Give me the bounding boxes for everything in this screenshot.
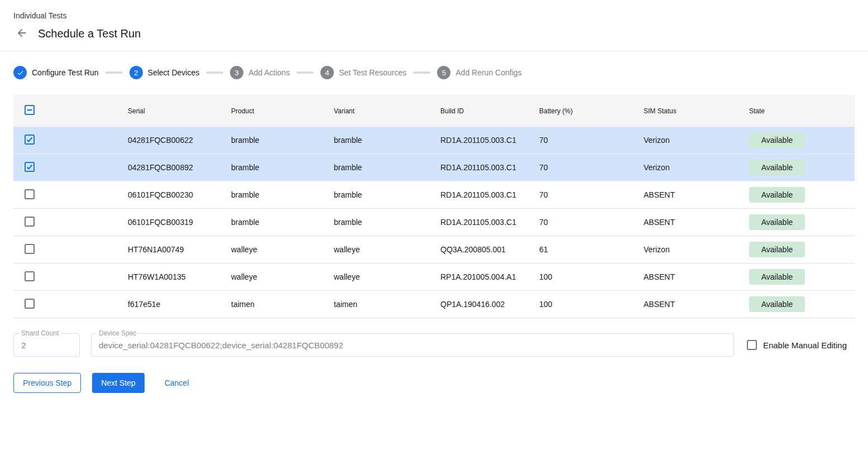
cell-variant: bramble <box>334 136 440 145</box>
cell-battery: 100 <box>539 272 644 281</box>
state-badge: Available <box>749 132 805 148</box>
cell-variant: walleye <box>334 245 440 254</box>
column-header-sim: SIM Status <box>644 107 749 115</box>
cell-battery: 100 <box>539 300 644 309</box>
select-all-checkbox[interactable] <box>25 105 35 115</box>
stepper-step-set-test-resources[interactable]: 4 Set Test Resources <box>320 66 406 79</box>
table-row[interactable]: HT76W1A00135 walleye walleye RP1A.201005… <box>13 263 855 291</box>
cell-sim: Verizon <box>644 245 749 254</box>
row-checkbox[interactable] <box>25 244 35 254</box>
stepper-step-configure-test-run[interactable]: Configure Test Run <box>13 66 99 79</box>
table-row[interactable]: HT76N1A00749 walleye walleye QQ3A.200805… <box>13 236 855 263</box>
shard-count-label: Shard Count <box>19 330 61 337</box>
arrow-left-icon <box>16 27 28 41</box>
step-indicator: 3 <box>230 66 243 79</box>
step-indicator: 2 <box>130 66 143 79</box>
cell-sim: Verizon <box>644 136 749 145</box>
cell-build-id: RD1A.201105.003.C1 <box>440 218 539 227</box>
table-header-row: Serial Product Variant Build ID Battery … <box>13 95 855 127</box>
cell-sim: ABSENT <box>644 272 749 281</box>
step-indicator <box>13 66 27 79</box>
stepper-step-add-rerun-configs[interactable]: 5 Add Rerun Configs <box>437 66 521 79</box>
cell-build-id: RD1A.201105.003.C1 <box>440 163 539 172</box>
cell-product: bramble <box>231 163 334 172</box>
row-checkbox[interactable] <box>25 217 35 227</box>
enable-manual-editing-label: Enable Manual Editing <box>763 340 847 350</box>
page-title: Schedule a Test Run <box>38 27 141 40</box>
form-fields: Shard Count 2 Device Spec device_serial:… <box>13 333 855 357</box>
shard-count-value: 2 <box>14 340 79 350</box>
state-badge: Available <box>749 187 805 203</box>
device-spec-value: device_serial:04281FQCB00622;device_seri… <box>92 340 733 350</box>
cell-product: taimen <box>231 300 334 309</box>
column-header-serial: Serial <box>128 107 231 115</box>
cell-sim: ABSENT <box>644 300 749 309</box>
cell-battery: 70 <box>539 163 644 172</box>
row-checkbox[interactable] <box>25 135 35 145</box>
cell-variant: bramble <box>334 218 440 227</box>
state-badge: Available <box>749 214 805 230</box>
previous-step-button[interactable]: Previous Step <box>13 373 81 393</box>
cell-battery: 70 <box>539 136 644 145</box>
table-body: 04281FQCB00622 bramble bramble RD1A.2011… <box>13 127 855 318</box>
column-header-build-id: Build ID <box>440 107 539 115</box>
state-badge: Available <box>749 242 805 257</box>
cell-serial: 06101FQCB00230 <box>128 190 231 199</box>
cell-variant: walleye <box>334 272 440 281</box>
step-label: Select Devices <box>148 68 200 77</box>
device-spec-label: Device Spec <box>97 330 138 337</box>
cell-sim: ABSENT <box>644 190 749 199</box>
step-label: Set Test Resources <box>339 68 406 77</box>
enable-manual-editing-toggle[interactable]: Enable Manual Editing <box>747 340 847 350</box>
row-checkbox[interactable] <box>25 189 35 199</box>
cell-battery: 70 <box>539 218 644 227</box>
stepper: Configure Test Run 2 Select Devices 3 Ad… <box>13 66 855 79</box>
step-connector <box>296 71 314 74</box>
cancel-button[interactable]: Cancel <box>156 373 198 393</box>
cell-serial: HT76N1A00749 <box>128 245 231 254</box>
table-row[interactable]: 04281FQCB00622 bramble bramble RD1A.2011… <box>13 127 855 154</box>
cell-serial: 04281FQCB00622 <box>128 136 231 145</box>
cell-serial: 04281FQCB00892 <box>128 163 231 172</box>
cell-build-id: RD1A.201105.003.C1 <box>440 136 539 145</box>
cell-build-id: RP1A.201005.004.A1 <box>440 272 539 281</box>
table-row[interactable]: 06101FQCB00319 bramble bramble RD1A.2011… <box>13 209 855 236</box>
cell-serial: f617e51e <box>128 300 231 309</box>
column-header-state: State <box>749 107 855 115</box>
table-row[interactable]: 06101FQCB00230 bramble bramble RD1A.2011… <box>13 181 855 209</box>
next-step-button[interactable]: Next Step <box>92 373 144 393</box>
cell-build-id: QQ3A.200805.001 <box>440 245 539 254</box>
column-header-variant: Variant <box>334 107 440 115</box>
step-indicator: 5 <box>437 66 450 79</box>
step-indicator: 4 <box>320 66 334 79</box>
cell-sim: Verizon <box>644 163 749 172</box>
cell-build-id: QP1A.190416.002 <box>440 300 539 309</box>
stepper-step-select-devices[interactable]: 2 Select Devices <box>130 66 200 79</box>
table-row[interactable]: 04281FQCB00892 bramble bramble RD1A.2011… <box>13 154 855 181</box>
action-bar: Previous Step Next Step Cancel <box>13 373 855 393</box>
row-checkbox[interactable] <box>25 162 35 172</box>
step-connector <box>413 71 430 74</box>
table-row[interactable]: f617e51e taimen taimen QP1A.190416.002 1… <box>13 291 855 318</box>
breadcrumb: Individual Tests <box>13 11 855 20</box>
cell-serial: 06101FQCB00319 <box>128 218 231 227</box>
cell-product: bramble <box>231 218 334 227</box>
step-label: Add Rerun Configs <box>455 68 521 77</box>
row-checkbox[interactable] <box>25 271 35 281</box>
shard-count-field[interactable]: Shard Count 2 <box>13 333 80 357</box>
enable-manual-editing-checkbox[interactable] <box>747 340 757 350</box>
back-button[interactable] <box>15 27 28 40</box>
state-badge: Available <box>749 160 805 175</box>
stepper-step-add-actions[interactable]: 3 Add Actions <box>230 66 290 79</box>
step-label: Add Actions <box>248 68 290 77</box>
row-checkbox[interactable] <box>25 299 35 309</box>
cell-variant: bramble <box>334 163 440 172</box>
cell-build-id: RD1A.201105.003.C1 <box>440 190 539 199</box>
cell-product: walleye <box>231 245 334 254</box>
device-spec-field[interactable]: Device Spec device_serial:04281FQCB00622… <box>91 333 734 357</box>
cell-product: walleye <box>231 272 334 281</box>
state-badge: Available <box>749 269 805 285</box>
device-table: Serial Product Variant Build ID Battery … <box>13 95 855 318</box>
column-header-battery: Battery (%) <box>539 107 644 115</box>
step-label: Configure Test Run <box>32 68 99 77</box>
